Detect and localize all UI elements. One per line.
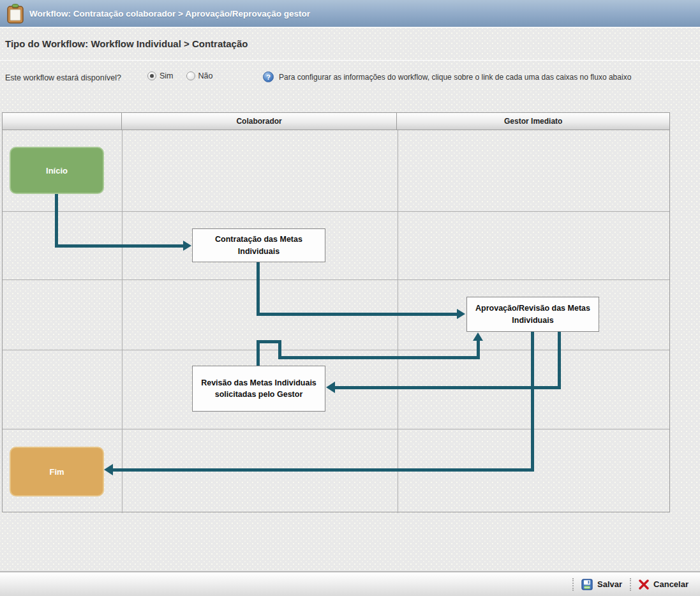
connector-segment: [257, 340, 260, 366]
arrowhead-left-icon: [104, 464, 113, 475]
connector-segment: [477, 339, 480, 359]
radio-option-nao[interactable]: Não: [186, 71, 213, 80]
radio-button-selected[interactable]: [147, 71, 156, 80]
arrowhead-up-icon: [473, 332, 483, 341]
help-text: Para configurar as informações do workfl…: [279, 73, 631, 82]
help-row: ? Para configurar as informações do work…: [263, 71, 631, 82]
swimlane-header: Colaborador Gestor Imediato: [3, 113, 669, 130]
page-title: Tipo do Workflow: Workflow Individual > …: [5, 38, 248, 49]
grid-row-line: [3, 429, 669, 429]
grid-row-line: [3, 350, 669, 350]
separator: [630, 578, 631, 591]
radio-label-sim: Sim: [160, 71, 174, 80]
connector-segment: [55, 244, 184, 248]
divider: [0, 60, 700, 61]
connector-segment: [55, 193, 58, 248]
cancel-button-label: Cancelar: [653, 579, 689, 589]
footer-toolbar: Salvar Cancelar: [0, 572, 700, 596]
grid-column-line: [122, 130, 123, 513]
connector-segment: [257, 262, 260, 316]
arrowhead-right-icon: [457, 309, 465, 319]
flow-node-aprovacao-revisao-metas[interactable]: Aprovação/Revisão das Metas Individuais: [466, 297, 599, 332]
floppy-disk-icon: [581, 579, 593, 590]
grid-row-line: [3, 211, 669, 212]
flow-node-inicio[interactable]: Início: [10, 147, 104, 194]
cancel-button[interactable]: Cancelar: [639, 579, 689, 590]
connector-segment: [531, 332, 534, 472]
availability-question-label: Este workflow estará disponível?: [5, 73, 121, 82]
flow-node-fim[interactable]: Fim: [10, 447, 104, 496]
lane-header-colaborador: Colaborador: [122, 113, 398, 130]
workflow-editor-screen: Workflow: Contratação colaborador > Apro…: [0, 0, 700, 596]
radio-button-unselected[interactable]: [186, 71, 195, 80]
connector-segment: [257, 313, 458, 316]
arrowhead-right-icon: [183, 241, 191, 251]
clipboard-icon: [6, 4, 24, 24]
help-icon: ?: [263, 71, 274, 82]
window-title: Workflow: Contratação colaborador > Apro…: [29, 0, 310, 28]
grid-column-line: [398, 130, 398, 513]
radio-label-nao: Não: [198, 71, 213, 80]
window-title-bar: Workflow: Contratação colaborador > Apro…: [0, 0, 700, 28]
connector-segment: [112, 468, 534, 472]
availability-radio-group: Sim Não: [147, 71, 212, 80]
connector-segment: [334, 386, 561, 389]
grid-row-line: [3, 279, 669, 280]
arrowhead-left-icon: [326, 382, 335, 393]
flow-node-revisao-metas[interactable]: Revisão das Metas Individuais solicitada…: [192, 366, 325, 412]
save-button[interactable]: Salvar: [581, 579, 622, 590]
separator: [572, 578, 574, 591]
save-button-label: Salvar: [597, 579, 622, 589]
connector-segment: [278, 356, 480, 359]
radio-option-sim[interactable]: Sim: [147, 71, 174, 80]
connector-segment: [558, 332, 561, 389]
red-x-icon: [639, 579, 649, 590]
lane-header-gestor-imediato: Gestor Imediato: [397, 113, 669, 130]
lane-header-empty: [3, 113, 122, 130]
flow-node-contratacao-metas[interactable]: Contratação das Metas Individuais: [192, 228, 325, 262]
